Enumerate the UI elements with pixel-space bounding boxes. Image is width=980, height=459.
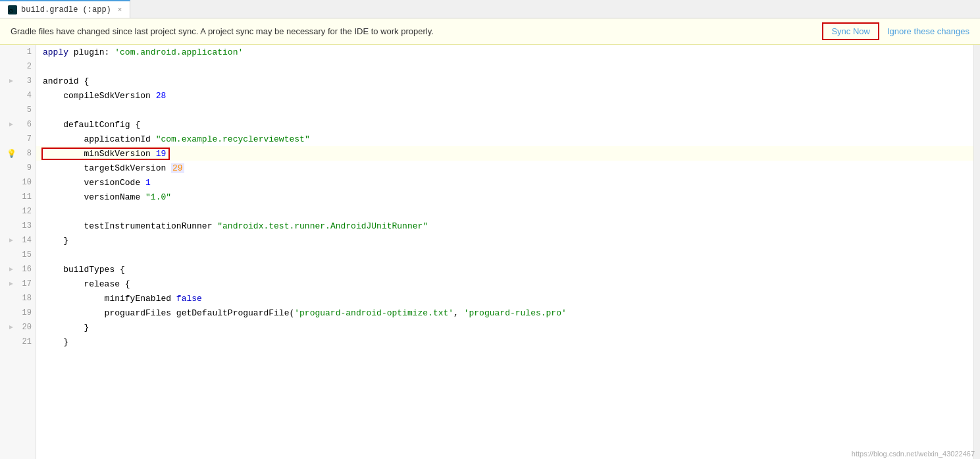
token-str: "com.example.recyclerviewtest"	[156, 134, 310, 144]
token-str: "androidx.test.runner.AndroidJUnitRunner…	[217, 221, 428, 231]
empty-icon	[7, 134, 16, 144]
token-id: versionCode	[43, 178, 145, 188]
token-orange-num: 29	[171, 163, 184, 173]
line-number: 9	[18, 163, 32, 173]
code-area[interactable]: apply plugin: 'com.android.application' …	[36, 45, 973, 459]
token-id: applicationId	[43, 134, 156, 144]
code-line: }	[36, 233, 973, 248]
empty-icon	[7, 294, 16, 303]
empty-icon	[7, 337, 16, 346]
line-number: 10	[18, 178, 32, 187]
gutter-row: 12	[0, 204, 36, 219]
lightbulb-icon: 💡	[7, 149, 16, 158]
editor: 1234567💡89101112131415161718192021 apply…	[0, 45, 980, 459]
fold-icon	[7, 323, 16, 332]
token-id: ,	[453, 308, 464, 318]
red-outline-box: minSdkVersion 19	[41, 148, 170, 160]
fold-icon	[7, 265, 16, 274]
gutter-row: 5	[0, 103, 36, 117]
gutter-row: 18	[0, 291, 36, 306]
notification-text: Gradle files have changed since last pro…	[11, 26, 814, 36]
empty-icon	[7, 105, 16, 115]
code-line: }	[36, 320, 973, 335]
token-id: plugin:	[68, 47, 115, 57]
gutter-row: 7	[0, 132, 36, 146]
gutter-row: 💡8	[0, 146, 36, 161]
token-num: 28	[156, 91, 167, 101]
empty-icon	[7, 178, 16, 187]
token-id: }	[43, 337, 68, 347]
token-id: targetSdkVersion	[43, 163, 171, 173]
vertical-scrollbar[interactable]	[973, 45, 980, 459]
token-id: testInstrumentationRunner	[43, 221, 217, 231]
token-id: }	[43, 323, 89, 333]
gutter-row: 19	[0, 306, 36, 320]
empty-icon	[7, 207, 16, 216]
line-number: 12	[18, 207, 32, 216]
gutter-row: 6	[0, 117, 36, 132]
token-str: 'com.android.application'	[115, 47, 243, 57]
line-number: 18	[18, 294, 32, 303]
ignore-changes-button[interactable]: Ignore these changes	[887, 26, 969, 36]
gutter-row: 3	[0, 74, 36, 88]
code-line: apply plugin: 'com.android.application'	[36, 45, 973, 59]
watermark-url: https://blog.csdn.net/weixin_43022467	[852, 450, 975, 458]
line-number: 7	[18, 134, 32, 144]
tab-bar: G build.gradle (:app) ×	[0, 0, 980, 18]
code-line: versionCode 1	[36, 175, 973, 190]
code-line	[36, 248, 973, 262]
token-id: defaultConfig {	[43, 120, 140, 130]
code-line: release {	[36, 277, 973, 291]
token-str: 'proguard-android-optimize.txt'	[294, 308, 453, 318]
line-number: 11	[18, 192, 32, 202]
gradle-icon: G	[8, 5, 17, 14]
notification-bar: Gradle files have changed since last pro…	[0, 18, 980, 45]
tab-close-icon[interactable]: ×	[118, 6, 122, 14]
empty-icon	[7, 62, 16, 71]
svg-marker-2	[9, 79, 13, 83]
token-id: }	[43, 236, 68, 246]
gutter-row: 13	[0, 219, 36, 233]
gutter-row: 16	[0, 262, 36, 277]
empty-icon	[7, 192, 16, 202]
token-num: 1	[145, 178, 151, 188]
token-id: compileSdkVersion	[43, 91, 156, 101]
line-number: 3	[18, 76, 32, 86]
token-num: 19	[156, 149, 167, 159]
code-line: android {	[36, 74, 973, 88]
sync-now-button[interactable]: Sync Now	[822, 22, 879, 40]
gutter-row: 9	[0, 161, 36, 175]
line-number: 15	[18, 250, 32, 259]
empty-icon	[7, 250, 16, 259]
svg-marker-3	[9, 122, 13, 126]
token-id: versionName	[43, 192, 145, 202]
empty-icon	[7, 91, 16, 100]
token-id: release {	[43, 279, 130, 289]
empty-icon	[7, 163, 16, 173]
tab-build-gradle[interactable]: G build.gradle (:app) ×	[0, 0, 130, 18]
fold-icon	[7, 236, 16, 245]
code-line: testInstrumentationRunner "androidx.test…	[36, 219, 973, 233]
code-line	[36, 204, 973, 219]
line-number: 5	[18, 105, 32, 115]
empty-icon	[7, 308, 16, 317]
token-str: "1.0"	[145, 192, 171, 202]
fold-icon	[7, 76, 16, 86]
empty-icon	[7, 221, 16, 230]
code-line: }	[36, 335, 973, 349]
gutter-row: 17	[0, 277, 36, 291]
line-number: 8	[18, 149, 32, 158]
line-number: 17	[18, 279, 32, 288]
token-blue-kw: false	[176, 294, 202, 304]
svg-text:G: G	[9, 7, 13, 13]
gutter-row: 1	[0, 45, 36, 59]
gutter-row: 4	[0, 88, 36, 103]
svg-marker-6	[9, 282, 13, 286]
line-number: 20	[18, 323, 32, 332]
code-line: minifyEnabled false	[36, 291, 973, 306]
gutter-row: 10	[0, 175, 36, 190]
line-number: 13	[18, 221, 32, 230]
code-line: defaultConfig {	[36, 117, 973, 132]
gutter-row: 2	[0, 59, 36, 74]
code-line: versionName "1.0"	[36, 190, 973, 204]
